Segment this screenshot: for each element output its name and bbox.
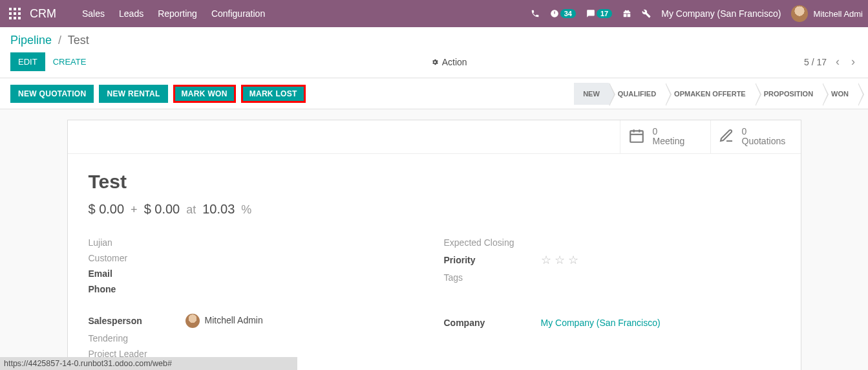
tools-icon[interactable] — [642, 9, 651, 18]
label-priority: Priority — [444, 255, 541, 265]
control-buttons-row: EDIT CREATE Action 5 / 17 ‹ › — [0, 52, 868, 78]
user-menu[interactable]: Mitchell Admi — [791, 5, 863, 22]
user-name: Mitchell Admi — [813, 9, 863, 19]
stage-bar: NEW QUALIFIED OPMAKEN OFFERTE PROPOSITIO… — [574, 83, 858, 105]
calendar-icon — [628, 127, 645, 146]
svg-rect-3 — [9, 12, 12, 15]
stat-meeting-count: 0 — [653, 127, 685, 136]
nav-menu: Sales Leads Reporting Configuration — [82, 8, 531, 19]
stage-new[interactable]: NEW — [574, 83, 609, 105]
action-dropdown[interactable]: Action — [94, 57, 804, 67]
label-phone: Phone — [89, 284, 185, 294]
breadcrumb-separator: / — [58, 34, 61, 47]
at-label: at — [186, 203, 196, 217]
company-switcher[interactable]: My Company (San Francisco) — [661, 8, 781, 19]
nav-reporting[interactable]: Reporting — [158, 8, 197, 19]
pager: 5 / 17 ‹ › — [804, 55, 858, 69]
nav-leads[interactable]: Leads — [119, 8, 143, 19]
create-button[interactable]: CREATE — [45, 52, 94, 71]
sheet-body: Test $ 0.00 + $ 0.00 at 10.03 % Lujian C… — [68, 154, 801, 370]
nav-configuration[interactable]: Configuration — [211, 8, 265, 19]
pager-prev[interactable]: ‹ — [833, 55, 842, 69]
stat-meeting-label: Meeting — [653, 136, 685, 146]
statusbar: NEW QUOTATION NEW RENTAL MARK WON MARK L… — [0, 78, 868, 109]
browser-status-url: https://4425857-14-0.runbot31.odoo.com/w… — [0, 357, 297, 370]
edit-icon — [719, 128, 734, 146]
breadcrumb: Pipeline / Test — [10, 34, 89, 47]
value-company[interactable]: My Company (San Francisco) — [541, 318, 661, 328]
nav-right: 34 17 My Company (San Francisco) Mitchel… — [531, 5, 863, 22]
user-avatar — [791, 5, 808, 22]
messages-icon[interactable]: 17 — [586, 9, 612, 18]
pager-text[interactable]: 5 / 17 — [804, 57, 827, 67]
messages-badge: 17 — [597, 9, 612, 18]
right-column: Expected Closing Priority ☆☆☆ Tags Compa… — [444, 235, 780, 370]
svg-rect-8 — [18, 17, 21, 19]
stat-meeting[interactable]: 0 Meeting — [620, 120, 710, 153]
pager-next[interactable]: › — [849, 55, 858, 69]
stat-quotations-label: Quotations — [742, 136, 786, 146]
new-rental-button[interactable]: NEW RENTAL — [99, 85, 167, 103]
app-brand[interactable]: CRM — [30, 7, 56, 21]
salesperson-avatar — [185, 314, 200, 328]
gear-icon — [431, 58, 439, 66]
svg-rect-1 — [14, 8, 16, 10]
breadcrumb-row: Pipeline / Test — [0, 27, 868, 52]
label-company: Company — [444, 318, 541, 328]
stage-opmaken-offerte[interactable]: OPMAKEN OFFERTE — [665, 83, 755, 105]
breadcrumb-current: Test — [68, 34, 89, 47]
left-column: Lujian Customer Email Phone Salesperson … — [89, 235, 425, 370]
stat-quotations[interactable]: 0 Quotations — [710, 120, 801, 153]
mark-won-button[interactable]: MARK WON — [173, 85, 236, 103]
percent-sign: % — [241, 203, 251, 217]
svg-rect-0 — [9, 8, 12, 10]
expected-revenue: $ 0.00 — [89, 202, 125, 217]
gift-icon[interactable] — [622, 9, 631, 18]
activity-badge: 34 — [560, 9, 576, 18]
breadcrumb-root[interactable]: Pipeline — [10, 34, 52, 47]
new-quotation-button[interactable]: NEW QUOTATION — [10, 85, 94, 103]
recurring-revenue: $ 0.00 — [144, 202, 180, 217]
sheet-container: 0 Meeting 0 Quotations Test $ 0.00 + $ 0… — [0, 120, 868, 370]
edit-button[interactable]: EDIT — [10, 52, 45, 71]
label-lujian: Lujian — [89, 237, 185, 248]
svg-rect-9 — [630, 131, 643, 142]
form-sheet: 0 Meeting 0 Quotations Test $ 0.00 + $ 0… — [67, 120, 801, 370]
svg-rect-5 — [18, 12, 21, 15]
stat-quotations-count: 0 — [742, 127, 786, 136]
label-salesperson: Salesperson — [89, 316, 185, 326]
svg-rect-7 — [14, 17, 16, 19]
phone-icon[interactable] — [531, 9, 540, 18]
field-columns: Lujian Customer Email Phone Salesperson … — [89, 235, 780, 370]
record-title: Test — [89, 171, 780, 193]
revenue-line: $ 0.00 + $ 0.00 at 10.03 % — [89, 202, 780, 217]
nav-sales[interactable]: Sales — [82, 8, 105, 19]
action-label: Action — [442, 57, 467, 67]
value-salesperson[interactable]: Mitchell Admin — [185, 314, 263, 328]
svg-rect-4 — [14, 12, 16, 15]
main-navbar: CRM Sales Leads Reporting Configuration … — [0, 0, 868, 27]
probability-value: 10.03 — [202, 202, 235, 217]
mark-lost-button[interactable]: MARK LOST — [241, 85, 306, 103]
stage-proposition[interactable]: PROPOSITION — [755, 83, 822, 105]
label-customer: Customer — [89, 253, 185, 263]
apps-icon[interactable] — [9, 8, 21, 19]
plus-sign: + — [131, 203, 138, 217]
label-tendering: Tendering — [89, 333, 185, 343]
label-tags: Tags — [444, 272, 541, 283]
priority-stars[interactable]: ☆☆☆ — [541, 253, 582, 267]
label-expected-closing: Expected Closing — [444, 237, 541, 248]
stat-buttons: 0 Meeting 0 Quotations — [68, 120, 801, 154]
svg-rect-2 — [18, 8, 21, 10]
stage-qualified[interactable]: QUALIFIED — [609, 83, 665, 105]
svg-rect-6 — [9, 17, 12, 19]
label-email: Email — [89, 268, 185, 279]
activity-icon[interactable]: 34 — [550, 9, 576, 18]
